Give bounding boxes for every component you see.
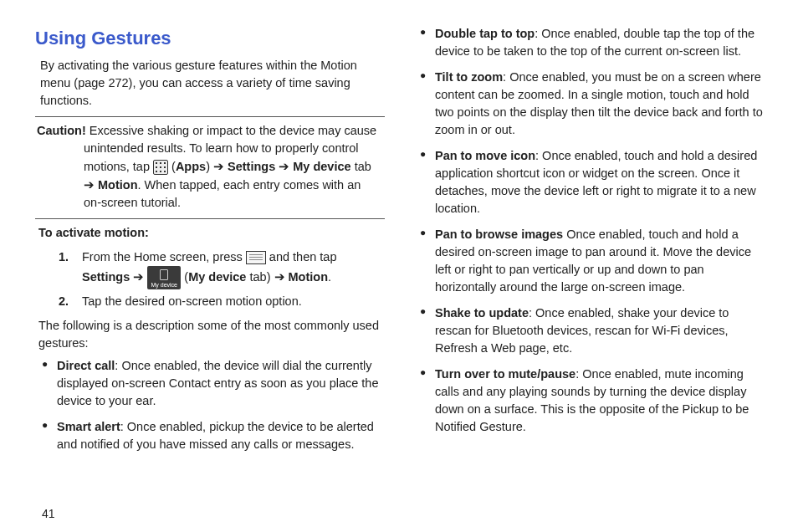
section-heading: Using Gestures (35, 25, 385, 52)
steps-list: From the Home screen, press and then tap… (35, 248, 385, 310)
arrow-icon: ➔ (213, 159, 224, 173)
bullet-term: Pan to browse images (435, 228, 563, 241)
divider-bottom (35, 218, 385, 219)
apps-label: Apps (176, 160, 206, 173)
list-item: Pan to move icon: Once enabled, touch an… (422, 147, 763, 217)
caution-label: Caution! (37, 124, 86, 137)
bullet-term: Smart alert (57, 420, 120, 433)
step1-mid: and then tap (266, 250, 337, 263)
bullet-term: Double tap to top (435, 27, 535, 40)
list-item: Double tap to top: Once enabled, double … (422, 25, 763, 60)
settings-label: Settings (228, 160, 275, 173)
intro-paragraph: By activating the various gesture featur… (35, 57, 385, 110)
bullet-term: Direct call (57, 359, 115, 372)
list-item: Turn over to mute/pause: Once enabled, m… (422, 366, 763, 436)
bullet-term: Shake to update (435, 306, 529, 320)
list-item: Shake to update: Once enabled, shake you… (422, 304, 763, 357)
list-item: Smart alert: Once enabled, pickup the de… (43, 418, 385, 453)
list-item: Direct call: Once enabled, the device wi… (43, 357, 385, 410)
activate-heading-text: To activate motion: (38, 226, 149, 239)
bullet-term: Tilt to zoom (435, 70, 503, 84)
activate-heading: To activate motion: (35, 224, 385, 242)
description-paragraph: The following is a description some of t… (35, 317, 385, 352)
left-column: Using Gestures By activating the various… (35, 25, 385, 524)
menu-key-icon (246, 251, 266, 264)
list-item: Tilt to zoom: Once enabled, you must be … (422, 69, 763, 139)
step1-settings: Settings (82, 270, 130, 284)
apps-grid-icon (153, 160, 168, 175)
bullet-list-left: Direct call: Once enabled, the device wi… (35, 357, 385, 453)
mydevice-label: My device (293, 160, 350, 173)
arrow-icon: ➔ (84, 177, 95, 192)
divider-top (35, 116, 385, 117)
bullet-list-right: Double tap to top: Once enabled, double … (413, 25, 763, 436)
arrow-icon: ➔ (274, 269, 285, 284)
step1-end: . (328, 270, 331, 284)
motion-label: Motion (98, 178, 138, 192)
page-number: 41 (42, 507, 55, 520)
tab-word: tab (351, 160, 371, 173)
step1-pre: From the Home screen, press (82, 250, 246, 263)
step1-motion: Motion (289, 270, 329, 284)
bullet-term: Pan to move icon (435, 149, 535, 162)
arrow-icon: ➔ (279, 159, 289, 173)
my-device-tab-icon: My device (147, 266, 181, 289)
caution-block: Caution! Excessive shaking or impact to … (35, 122, 385, 212)
bullet-term: Turn over to mute/pause (435, 367, 575, 381)
step-item: From the Home screen, press and then tap… (59, 248, 385, 289)
step1-mydevice: My device (188, 270, 246, 284)
document-page: Using Gestures By activating the various… (0, 0, 798, 532)
step1-tabword: tab) (246, 270, 274, 284)
caution-text: Caution! Excessive shaking or impact to … (38, 122, 381, 212)
arrow-icon: ➔ (133, 269, 144, 284)
step-item: Tap the desired on-screen motion option. (59, 293, 385, 310)
right-column: Double tap to top: Once enabled, double … (413, 25, 763, 524)
list-item: Pan to browse images Once enabled, touch… (422, 226, 763, 296)
